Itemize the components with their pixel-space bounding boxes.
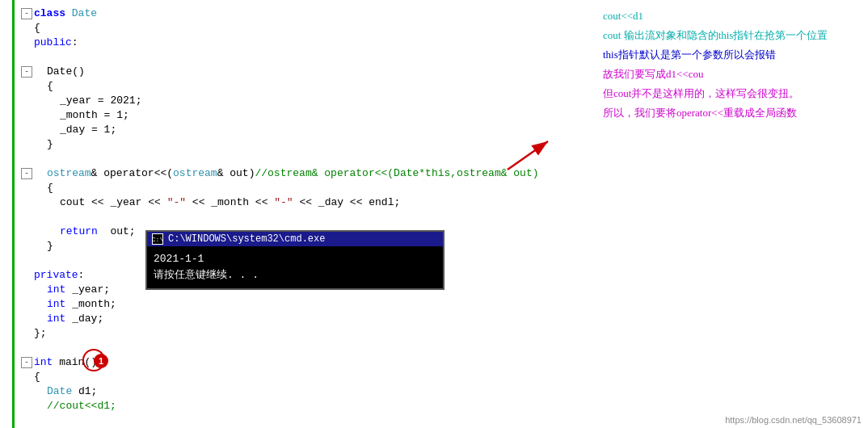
main-container: - class Date { public: - Date() { — [0, 0, 868, 428]
cmd-icon: C:\ — [152, 233, 163, 245]
anno-line-5: 但cout并不是这样用的，这样写会很变扭。 — [603, 84, 858, 103]
code-line-day-decl: int _day; — [21, 312, 593, 326]
fold-icon-4[interactable]: - — [21, 357, 32, 368]
anno-line-3: this指针默认是第一个参数所以会报错 — [603, 45, 858, 65]
code-line-blank-6 — [21, 413, 593, 428]
anno-line-4: 故我们要写成d1<<cou — [603, 65, 858, 84]
code-line-day: _day = 1; — [21, 123, 593, 137]
code-line-2: { — [21, 21, 593, 36]
code-line-date-d1: Date d1; — [21, 384, 593, 399]
code-line-brace-close-1: } — [21, 137, 593, 152]
cmd-content: 2021-1-1 请按任意键继续. . . — [147, 246, 443, 288]
fold-icon-1[interactable]: - — [21, 8, 32, 19]
code-line-operator: - ostream& operator<<(ostream& out)//ost… — [21, 166, 593, 181]
code-line-constructor: - Date() — [21, 65, 593, 79]
code-line-3: public: — [21, 36, 593, 50]
keyword-class: class — [34, 6, 72, 21]
code-line-main-open: { — [21, 370, 593, 384]
cmd-output-line-1: 2021-1-1 — [154, 251, 436, 267]
cmd-title: C:\WINDOWS\system32\cmd.exe — [168, 233, 325, 245]
fold-icon-3[interactable]: - — [21, 168, 32, 179]
code-gutter — [0, 0, 15, 428]
cmd-window: C:\ C:\WINDOWS\system32\cmd.exe 2021-1-1… — [145, 230, 445, 290]
watermark: https://blog.csdn.net/qq_53608971 — [725, 415, 862, 425]
code-line-brace-open-2: { — [21, 181, 593, 195]
code-line-blank-3 — [21, 210, 593, 224]
cmd-output-line-2: 请按任意键继续. . . — [154, 267, 436, 283]
circle-badge: 1 — [94, 354, 108, 368]
code-line-blank-1 — [21, 50, 593, 65]
code-line-month: _month = 1; — [21, 108, 593, 123]
fold-icon-2[interactable]: - — [21, 66, 32, 78]
anno-line-2: cout 输出流对象和隐含的this指针在抢第一个位置 — [603, 26, 858, 45]
anno-line-6: 所以，我们要将operator<<重载成全局函数 — [603, 103, 858, 123]
code-line-blank-2 — [21, 152, 593, 166]
annotation-panel: cout<<d1 cout 输出流对象和隐含的this指针在抢第一个位置 thi… — [593, 0, 868, 428]
code-line-cout: cout << _year << "-" << _month << "-" <<… — [21, 195, 593, 210]
code-line-blank-5 — [21, 341, 593, 355]
code-line-brace-open-1: { — [21, 79, 593, 94]
code-line-class-close: }; — [21, 326, 593, 341]
code-line-year: _year = 2021; — [21, 94, 593, 108]
anno-line-1: cout<<d1 — [603, 6, 858, 26]
code-line-month-decl: int _month; — [21, 297, 593, 312]
code-line-1: - class Date — [21, 6, 593, 21]
cmd-titlebar: C:\ C:\WINDOWS\system32\cmd.exe — [147, 232, 443, 246]
code-line-comment-cout: //cout<<d1; — [21, 399, 593, 413]
